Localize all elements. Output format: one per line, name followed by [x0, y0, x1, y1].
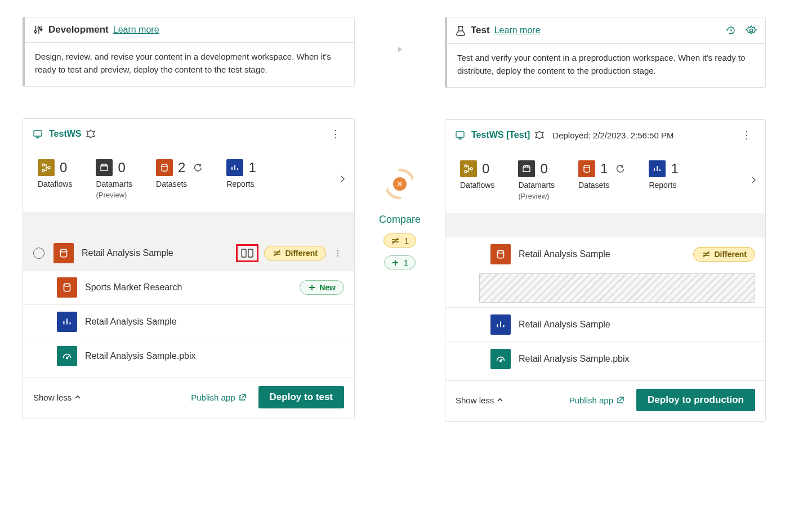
dataset-icon — [57, 277, 77, 298]
item-row[interactable]: Retail Analysis Sample.pbix — [445, 341, 765, 376]
show-less-toggle[interactable]: Show less — [33, 393, 81, 402]
test-stage-icon — [455, 25, 466, 36]
compare-column: ✕ Compare 1 1 — [366, 17, 434, 269]
premium-icon — [86, 129, 96, 139]
test-stage-description: Test and verify your content in a prepro… — [447, 44, 765, 87]
different-badge: Different — [264, 246, 326, 260]
refresh-icon — [615, 164, 625, 174]
svg-point-18 — [497, 250, 503, 253]
premium-icon — [534, 130, 545, 140]
publish-app-link[interactable]: Publish app — [191, 393, 247, 402]
dev-stage-title: Development — [48, 24, 109, 35]
svg-rect-8 — [242, 249, 246, 257]
filter-band — [445, 213, 765, 237]
test-stats-row: 0 Dataflows 0 Datamarts (Preview) — [445, 150, 765, 213]
svg-point-6 — [162, 164, 167, 167]
test-more-menu[interactable]: ⋮ — [738, 128, 755, 142]
stat-datasets[interactable]: 1 Datasets — [578, 160, 625, 190]
publish-app-link[interactable]: Publish app — [569, 395, 625, 405]
dev-stats-row: 0 Dataflows 0 Datamarts (Preview) — [23, 149, 354, 212]
different-badge: Different — [693, 247, 755, 262]
svg-rect-2 — [34, 131, 42, 136]
test-learn-more-link[interactable]: Learn more — [494, 25, 541, 35]
report-icon — [490, 314, 511, 335]
svg-point-0 — [34, 30, 37, 33]
refresh-icon — [193, 163, 203, 173]
settings-gear-icon[interactable] — [745, 24, 757, 37]
svg-point-16 — [470, 168, 472, 170]
deployed-timestamp: Deployed: 2/2/2023, 2:56:50 PM — [552, 131, 673, 140]
report-icon — [57, 312, 77, 332]
dev-learn-more-link[interactable]: Learn more — [113, 25, 159, 35]
stat-reports[interactable]: 1 Reports — [649, 160, 678, 190]
stat-datamarts[interactable]: 0 Datamarts (Preview) — [518, 160, 555, 200]
svg-point-3 — [42, 164, 44, 166]
test-workspace-name: TestWS [Test] — [471, 130, 530, 140]
dev-stage-description: Design, review, and revise your content … — [25, 43, 354, 86]
deploy-to-test-button[interactable]: Deploy to test — [258, 386, 344, 408]
stat-datamarts[interactable]: 0 Datamarts (Preview) — [96, 159, 132, 199]
dev-items-list: Retail Analysis Sample Different ⋮ — [23, 236, 354, 373]
svg-point-14 — [465, 165, 467, 167]
history-icon[interactable] — [725, 24, 737, 37]
test-column: Test Learn more Test and verify your con… — [445, 17, 766, 422]
svg-point-15 — [465, 170, 467, 173]
stat-datasets[interactable]: 2 Datasets — [156, 159, 203, 188]
stats-scroll-right[interactable] — [338, 175, 346, 183]
datamarts-icon — [518, 160, 535, 177]
test-stage-title: Test — [471, 25, 490, 36]
development-column: Development Learn more Design, review, a… — [23, 17, 355, 419]
item-row[interactable]: Retail Analysis Sample — [445, 308, 765, 341]
reports-icon — [649, 160, 666, 177]
select-radio[interactable] — [33, 248, 44, 259]
dashboard-icon — [490, 349, 511, 369]
svg-point-12 — [750, 29, 753, 32]
dataflows-icon — [460, 160, 477, 177]
item-row[interactable]: Retail Analysis Sample Different ⋮ — [23, 236, 354, 270]
compare-spinner[interactable]: ✕ — [382, 167, 417, 201]
dataset-icon — [53, 243, 74, 263]
deploy-to-production-button[interactable]: Deploy to production — [636, 389, 755, 411]
item-row[interactable]: Retail Analysis Sample Different — [445, 237, 765, 271]
compare-label: Compare — [379, 214, 421, 226]
test-items-list: Retail Analysis Sample Different Retail … — [445, 237, 765, 376]
svg-point-19 — [500, 360, 502, 362]
reports-icon — [226, 159, 243, 176]
test-stage-card: Test Learn more Test and verify your con… — [445, 17, 766, 88]
forward-arrow-icon — [395, 45, 404, 54]
dataflows-icon — [38, 159, 55, 176]
dashboard-icon — [57, 346, 77, 366]
item-more-menu[interactable]: ⋮ — [332, 249, 344, 258]
new-badge: New — [300, 280, 344, 295]
svg-point-4 — [42, 169, 44, 172]
svg-point-11 — [66, 357, 68, 359]
stats-scroll-right[interactable] — [749, 176, 757, 184]
item-row[interactable]: Sports Market Research New — [23, 270, 354, 304]
stat-dataflows[interactable]: 0 Dataflows — [460, 160, 494, 190]
development-stage-card: Development Learn more Design, review, a… — [23, 17, 355, 87]
item-row[interactable]: Retail Analysis Sample — [23, 304, 354, 339]
svg-point-5 — [48, 167, 50, 169]
dev-workspace-card: TestWS ⋮ 0 Dataflows — [23, 118, 355, 419]
stat-reports[interactable]: 1 Reports — [226, 159, 256, 188]
item-row[interactable]: Retail Analysis Sample.pbix — [23, 339, 354, 373]
dataset-icon — [490, 244, 511, 264]
datasets-icon — [578, 160, 595, 177]
dev-more-menu[interactable]: ⋮ — [327, 127, 344, 141]
stat-dataflows[interactable]: 0 Dataflows — [38, 159, 72, 188]
datamarts-icon — [96, 159, 113, 176]
dev-workspace-name: TestWS — [49, 129, 81, 139]
svg-point-10 — [64, 284, 70, 286]
svg-point-7 — [60, 249, 66, 252]
test-workspace-card: TestWS [Test] Deployed: 2/2/2023, 2:56:5… — [445, 119, 766, 422]
workspace-icon — [456, 130, 467, 140]
datasets-icon — [156, 159, 173, 176]
dev-stage-icon — [33, 24, 44, 35]
svg-point-1 — [38, 27, 40, 29]
svg-point-17 — [584, 165, 590, 168]
different-count-pill: 1 — [383, 233, 416, 248]
show-less-toggle[interactable]: Show less — [456, 395, 503, 405]
compare-button[interactable] — [236, 244, 258, 262]
filter-band — [23, 212, 354, 236]
svg-rect-9 — [248, 249, 253, 257]
